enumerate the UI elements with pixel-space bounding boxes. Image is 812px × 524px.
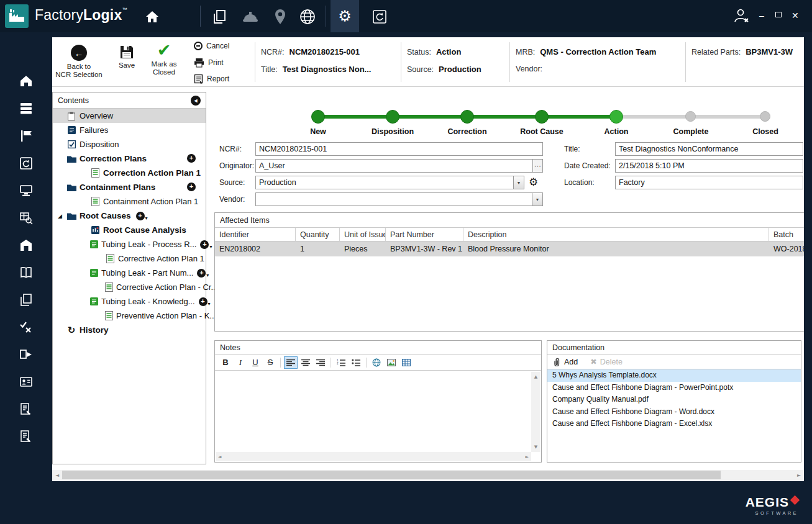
- tree-item-tubing-leak-knowledge[interactable]: Tubing Leak - Knowledg... + ▾: [53, 294, 206, 309]
- tree-item-correction-plans[interactable]: Correction Plans +: [53, 151, 206, 166]
- source-select[interactable]: Production ▼: [255, 176, 524, 189]
- insert-image-icon[interactable]: [385, 356, 398, 369]
- column-header[interactable]: Unit of Issue: [340, 228, 386, 241]
- source-settings-gear-icon[interactable]: ⚙: [529, 175, 538, 189]
- scrollbar-thumb[interactable]: [62, 471, 721, 479]
- tree-item-failures[interactable]: Failures: [53, 123, 206, 137]
- sidebar-library-icon[interactable]: [17, 263, 35, 282]
- vendor-select[interactable]: ▼: [255, 192, 543, 206]
- main-horizontal-scrollbar[interactable]: ◄ ►: [52, 470, 804, 480]
- scroll-left-icon[interactable]: ◄: [216, 452, 224, 462]
- revert-icon[interactable]: [370, 7, 389, 26]
- bullet-list-icon[interactable]: [349, 356, 363, 369]
- globe-icon[interactable]: [298, 7, 317, 26]
- location-pin-icon[interactable]: [271, 7, 290, 26]
- add-plan-icon[interactable]: +: [200, 240, 209, 249]
- bold-icon[interactable]: B: [219, 356, 232, 369]
- column-header[interactable]: Identifier: [215, 228, 296, 241]
- sidebar-warehouse-icon[interactable]: [17, 236, 35, 255]
- delete-document-button[interactable]: Delete: [600, 358, 623, 366]
- print-button[interactable]: Print: [194, 58, 224, 68]
- column-header[interactable]: Part Number: [386, 228, 463, 241]
- align-left-icon[interactable]: [284, 356, 298, 369]
- date-created-input[interactable]: [615, 159, 803, 173]
- underline-icon[interactable]: U: [249, 356, 262, 369]
- originator-input[interactable]: [255, 159, 533, 173]
- expander-icon[interactable]: ◢: [58, 213, 62, 219]
- add-root-cause-icon[interactable]: +: [136, 212, 145, 220]
- scroll-up-icon[interactable]: ▲: [532, 372, 540, 382]
- table-row[interactable]: EN2018002 1 Pieces BP3MV1-3W - Rev 1 Blo…: [215, 242, 804, 256]
- sidebar-reports-icon[interactable]: [17, 127, 35, 145]
- numbered-list-icon[interactable]: 12: [334, 356, 348, 369]
- column-header[interactable]: Batch: [769, 228, 804, 241]
- insert-table-icon[interactable]: [399, 356, 413, 369]
- notes-vertical-scrollbar[interactable]: ▲ ▼: [531, 372, 541, 452]
- sidebar-quality-check-icon[interactable]: [17, 318, 35, 337]
- add-document-button[interactable]: Add: [564, 358, 578, 366]
- document-list-item[interactable]: Cause and Effect Fishbone Diagram - Word…: [547, 406, 801, 418]
- document-list-item[interactable]: Cause and Effect Fishbone Diagram - Exce…: [547, 418, 801, 430]
- tree-item-history[interactable]: ↻ History: [53, 323, 206, 337]
- column-header[interactable]: Quantity: [296, 228, 340, 241]
- tree-item-correction-action-plan-1[interactable]: Correction Action Plan 1: [53, 166, 206, 180]
- sidebar-data-icon[interactable]: [17, 99, 35, 118]
- document-list-item[interactable]: 5 Whys Analysis Template.docx: [547, 369, 801, 382]
- strikethrough-icon[interactable]: S: [263, 356, 277, 369]
- sidebar-sync-icon[interactable]: [17, 154, 35, 173]
- sidebar-documents-icon[interactable]: [17, 291, 35, 309]
- sidebar-transfer-icon[interactable]: [17, 345, 35, 364]
- maximize-button[interactable]: [775, 12, 782, 17]
- settings-gear-button[interactable]: ⚙: [331, 0, 359, 32]
- tree-item-tubing-leak-process[interactable]: Tubing Leak - Process R... + ▾: [53, 237, 206, 251]
- sidebar-lookup-icon[interactable]: [17, 209, 35, 227]
- document-list-item[interactable]: Cause and Effect Fishbone Diagram - Powe…: [547, 382, 801, 394]
- sidebar-edit-doc2-icon[interactable]: [17, 427, 35, 446]
- tree-item-containment-plans[interactable]: Containment Plans +: [53, 180, 206, 194]
- tree-item-disposition[interactable]: Disposition: [53, 137, 206, 151]
- cancel-button[interactable]: Cancel: [194, 42, 229, 50]
- add-containment-plan-icon[interactable]: +: [187, 183, 196, 191]
- add-plan-icon[interactable]: +: [199, 297, 208, 306]
- sidebar-workstation-icon[interactable]: [17, 181, 35, 200]
- tree-item-root-cause-analysis[interactable]: Root Cause Analysis: [53, 223, 206, 237]
- add-plan-icon[interactable]: +: [197, 269, 206, 278]
- hardhat-icon[interactable]: [241, 7, 260, 26]
- location-input[interactable]: [615, 176, 803, 189]
- mark-as-closed-button[interactable]: ✔ Mark asClosed: [144, 42, 184, 76]
- home-icon[interactable]: [143, 7, 162, 26]
- scroll-down-icon[interactable]: ▼: [532, 442, 540, 452]
- report-button[interactable]: Report: [194, 74, 229, 84]
- notes-horizontal-scrollbar[interactable]: ◄ ►: [216, 452, 531, 461]
- tree-item-tubing-leak-part-num[interactable]: Tubing Leak - Part Num... + ▾: [53, 266, 206, 280]
- sidebar-badge-icon[interactable]: [17, 373, 35, 391]
- scroll-right-icon[interactable]: ►: [523, 452, 531, 462]
- title-input[interactable]: [615, 142, 803, 156]
- tree-item-overview[interactable]: Overview: [53, 109, 206, 123]
- save-button[interactable]: Save: [109, 45, 144, 70]
- tree-item-corrective-action-plan-1[interactable]: Corrective Action Plan 1: [53, 251, 206, 266]
- tree-item-containment-action-plan-1[interactable]: Containment Action Plan 1: [53, 194, 206, 209]
- scroll-left-icon[interactable]: ◄: [52, 470, 62, 480]
- scroll-right-icon[interactable]: ►: [794, 470, 804, 480]
- tree-item-corrective-action-plan-cr[interactable]: Corrective Action Plan - Cr...: [53, 280, 206, 294]
- insert-link-globe-icon[interactable]: [370, 356, 383, 369]
- back-to-ncr-selection-button[interactable]: ← Back toNCR Selection: [54, 45, 104, 79]
- italic-icon[interactable]: I: [234, 356, 247, 369]
- originator-picker-button[interactable]: ⋯: [532, 159, 543, 173]
- copy-pages-icon[interactable]: [210, 7, 229, 26]
- notes-editor[interactable]: [216, 372, 531, 452]
- column-header[interactable]: Description: [463, 228, 769, 241]
- ncr-input[interactable]: [255, 142, 543, 156]
- close-button[interactable]: ✕: [791, 11, 799, 20]
- align-right-icon[interactable]: [314, 356, 327, 369]
- sidebar-home-icon[interactable]: [17, 72, 35, 91]
- add-correction-plan-icon[interactable]: +: [187, 154, 196, 163]
- tree-item-root-causes[interactable]: ◢ Root Causes + ▾: [53, 209, 206, 223]
- user-switch-icon[interactable]: [732, 6, 750, 25]
- minimize-button[interactable]: –: [759, 11, 764, 20]
- align-center-icon[interactable]: [299, 356, 312, 369]
- sidebar-edit-doc-icon[interactable]: [17, 400, 35, 418]
- tree-item-preventive-action-plan-k[interactable]: Preventive Action Plan - K...: [53, 309, 206, 323]
- document-list-item[interactable]: Company Quality Manual.pdf: [547, 394, 801, 406]
